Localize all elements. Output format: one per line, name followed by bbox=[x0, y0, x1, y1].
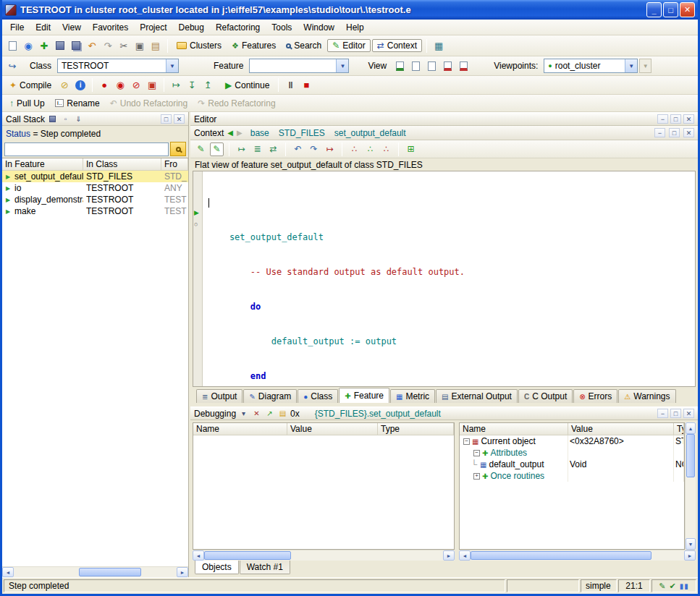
maximize-button[interactable]: □ bbox=[663, 2, 678, 17]
stack-pin-icon[interactable]: ⇓ bbox=[73, 114, 84, 124]
scroll-left-icon[interactable]: ◄ bbox=[2, 567, 14, 577]
column-in-feature[interactable]: In Feature bbox=[2, 158, 83, 170]
menu-help[interactable]: Help bbox=[340, 21, 370, 34]
scroll-thumb[interactable] bbox=[79, 568, 141, 576]
objects-hscrollbar[interactable]: ◄ ► bbox=[459, 550, 696, 561]
panel-close-icon[interactable]: ✕ bbox=[683, 128, 694, 137]
column-value[interactable]: Value bbox=[287, 423, 378, 435]
tab-warnings[interactable]: ⚠Warnings bbox=[618, 389, 675, 403]
redo-refactoring-button[interactable]: ↷ Redo Refactoring bbox=[193, 97, 279, 110]
call-stack-row[interactable]: ▶display_demonstrat... TESTROOT TEST bbox=[2, 194, 188, 205]
undo-refactoring-button[interactable]: ↶ Undo Refactoring bbox=[106, 97, 192, 110]
code-line[interactable]: do bbox=[208, 301, 695, 312]
scroll-left-icon[interactable]: ◄ bbox=[193, 550, 204, 561]
menu-debug[interactable]: Debug bbox=[173, 21, 210, 34]
object-tree-row[interactable]: └ ▦ default_output Void NON bbox=[460, 459, 684, 470]
call-stack-hscrollbar[interactable]: ◄ ► bbox=[2, 566, 188, 577]
stack-apply-button[interactable] bbox=[170, 142, 186, 156]
column-value[interactable]: Value bbox=[568, 423, 674, 435]
context-toggle-button[interactable]: ⇄ Context bbox=[372, 39, 422, 52]
clients-icon[interactable]: ∴ bbox=[379, 142, 393, 156]
viewpoints-combobox[interactable]: ● root_cluster ▼ bbox=[544, 59, 638, 73]
column-name[interactable]: Name bbox=[460, 423, 568, 435]
external-commands-icon[interactable]: ▦ bbox=[431, 38, 446, 53]
panel-maximize-icon[interactable]: □ bbox=[669, 128, 680, 137]
panel-float-icon[interactable]: − bbox=[657, 409, 668, 418]
send-to-icon[interactable]: ↪ bbox=[5, 59, 20, 73]
scroll-left-icon[interactable]: ◄ bbox=[459, 550, 471, 561]
redo-icon[interactable]: ↷ bbox=[101, 38, 115, 53]
close-debug-icon[interactable]: ✕ bbox=[251, 409, 262, 418]
tab-metric[interactable]: ▦Metric bbox=[390, 389, 435, 403]
code-line[interactable]: default_output := output bbox=[208, 336, 695, 347]
code-text[interactable]: set_output_default -- Use standard outpu… bbox=[203, 171, 695, 386]
panel-float-icon[interactable]: − bbox=[654, 128, 665, 137]
view-flat-icon[interactable] bbox=[440, 59, 455, 73]
menu-file[interactable]: File bbox=[4, 21, 30, 34]
chevron-down-icon[interactable]: ▼ bbox=[166, 59, 178, 72]
check-status-icon[interactable]: ✔ bbox=[669, 582, 675, 591]
menu-window[interactable]: Window bbox=[298, 21, 340, 34]
previous-result-icon[interactable]: ↶ bbox=[291, 142, 305, 156]
close-button[interactable]: ✕ bbox=[680, 2, 695, 17]
disable-breakpoints-icon[interactable]: ◉ bbox=[113, 78, 127, 93]
view-basic-icon[interactable] bbox=[408, 59, 423, 73]
feature-combobox[interactable]: ▼ bbox=[249, 59, 349, 73]
view-contract-icon[interactable] bbox=[456, 59, 471, 73]
column-type[interactable]: Type bbox=[378, 423, 454, 435]
tab-feature[interactable]: ✚Feature bbox=[339, 388, 389, 403]
cancel-compile-icon[interactable]: ⊘ bbox=[57, 78, 72, 93]
line-numbers-icon[interactable]: ≣ bbox=[250, 142, 264, 156]
paste-icon[interactable]: ▤ bbox=[148, 38, 163, 53]
add-icon[interactable]: ✚ bbox=[37, 38, 51, 53]
copy-icon[interactable]: ▣ bbox=[132, 38, 147, 53]
stack-depth-input[interactable] bbox=[4, 142, 169, 156]
edit-status-icon[interactable]: ✎ bbox=[659, 582, 665, 591]
pull-up-button[interactable]: ↑ Pull Up bbox=[5, 97, 49, 110]
collapse-icon[interactable]: − bbox=[463, 438, 470, 445]
editor-titlebar[interactable]: Editor − □ ✕ bbox=[190, 112, 698, 126]
info-icon[interactable]: i bbox=[73, 78, 88, 93]
edit-feature-icon[interactable]: ✎ bbox=[194, 142, 208, 156]
object-tree-row[interactable]: − ✚ Attributes bbox=[460, 447, 684, 459]
scroll-down-icon[interactable]: ▼ bbox=[686, 538, 696, 550]
column-name[interactable]: Name bbox=[193, 423, 287, 435]
search-button[interactable]: Search bbox=[282, 39, 326, 52]
panel-close-icon[interactable]: ✕ bbox=[683, 409, 694, 418]
rename-button[interactable]: I.. Rename bbox=[51, 97, 104, 110]
stop-icon[interactable]: ■ bbox=[299, 78, 313, 93]
menu-refactoring[interactable]: Refactoring bbox=[210, 21, 266, 34]
suppliers-icon[interactable]: ⊞ bbox=[404, 142, 418, 156]
object-tree-row[interactable]: − ▦ Current object <0x32A8760> STD bbox=[460, 435, 684, 447]
chevron-down-icon[interactable]: ▼ bbox=[336, 59, 348, 72]
view-clickable-icon[interactable] bbox=[424, 59, 439, 73]
remove-breakpoints-icon[interactable]: ⊘ bbox=[129, 78, 143, 93]
breadcrumb-cluster[interactable]: base bbox=[250, 128, 269, 138]
new-file-icon[interactable] bbox=[5, 38, 20, 53]
menu-project[interactable]: Project bbox=[134, 21, 172, 34]
scroll-thumb[interactable] bbox=[686, 434, 695, 477]
breadcrumb-class[interactable]: STD_FILES bbox=[279, 128, 325, 138]
save-stack-icon[interactable] bbox=[47, 114, 58, 124]
save-all-icon[interactable] bbox=[69, 38, 83, 53]
object-tree-row[interactable]: + ✚ Once routines bbox=[460, 470, 684, 482]
scroll-right-icon[interactable]: ► bbox=[177, 567, 188, 577]
step-out-icon[interactable]: ↥ bbox=[201, 78, 215, 93]
tab-watch-1[interactable]: Watch #1 bbox=[240, 561, 290, 574]
compile-button[interactable]: ✦ Compile bbox=[5, 79, 56, 92]
tab-diagram[interactable]: ✎Diagram bbox=[243, 389, 297, 403]
column-from[interactable]: Fro bbox=[161, 158, 188, 170]
sync-context-icon[interactable]: ⇄ bbox=[266, 142, 280, 156]
search-results-icon[interactable]: ↦ bbox=[323, 142, 337, 156]
pause-icon[interactable]: ‖ bbox=[283, 78, 298, 93]
panel-maximize-icon[interactable]: □ bbox=[670, 114, 681, 124]
tab-c-output[interactable]: CC Output bbox=[518, 389, 573, 403]
minimize-button[interactable]: _ bbox=[646, 2, 662, 17]
edit-flat-icon[interactable]: ✎ bbox=[210, 142, 224, 156]
tab-objects[interactable]: Objects bbox=[195, 561, 239, 574]
debugging-titlebar[interactable]: Debugging ▾ ✕ ↗ ▤ 0x {STD_FILES}.set_out… bbox=[190, 406, 698, 420]
editor-toggle-button[interactable]: ✎ Editor bbox=[327, 39, 370, 52]
code-line[interactable]: set_output_default bbox=[208, 231, 695, 243]
objects-vscrollbar[interactable]: ▲ ▼ bbox=[685, 422, 696, 550]
scroll-thumb[interactable] bbox=[471, 551, 651, 560]
